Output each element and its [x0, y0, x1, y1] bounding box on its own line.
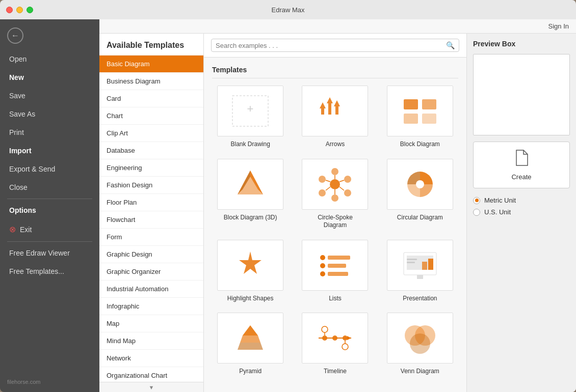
sidebar-item-new[interactable]: New: [0, 68, 99, 87]
metric-unit-option[interactable]: Metric Unit: [473, 197, 570, 204]
template-card-blank-drawing[interactable]: + Blank Drawing: [212, 86, 289, 149]
templates-panel: 🔍 Templates +: [204, 34, 466, 392]
template-card-block-diagram-3d[interactable]: Block Diagram (3D): [212, 159, 289, 230]
svg-marker-45: [347, 336, 351, 340]
traffic-lights: [6, 7, 33, 13]
svg-rect-38: [407, 262, 415, 263]
sidebar-item-save[interactable]: Save: [0, 87, 99, 105]
category-item-infographic[interactable]: Infographic: [99, 298, 203, 315]
template-card-circular-diagram[interactable]: Circular Diagram: [382, 159, 458, 230]
category-item-industrial-automation[interactable]: Industrial Automation: [99, 281, 203, 298]
maximize-window-button[interactable]: [27, 7, 33, 13]
svg-point-48: [343, 335, 348, 341]
sidebar-item-exit[interactable]: ⊗ Exit: [0, 219, 99, 239]
create-doc-icon: [514, 149, 529, 170]
template-name-venn: Venn Diagram: [401, 368, 439, 376]
svg-text:+: +: [247, 102, 254, 115]
sidebar-item-close[interactable]: Close: [0, 178, 99, 197]
template-name-pyramid: Pyramid: [239, 368, 261, 376]
category-item-database[interactable]: Database: [99, 142, 203, 159]
svg-rect-36: [428, 259, 433, 270]
template-card-lists[interactable]: Lists: [297, 240, 373, 303]
svg-point-55: [410, 333, 430, 354]
svg-line-23: [326, 187, 330, 190]
template-card-timeline[interactable]: Timeline: [297, 313, 373, 376]
close-window-button[interactable]: [6, 7, 13, 13]
sidebar-item-print[interactable]: Print: [0, 123, 99, 142]
exit-icon: ⊗: [9, 225, 16, 234]
svg-rect-30: [328, 264, 346, 268]
category-scroll-down[interactable]: ▼: [99, 382, 203, 392]
svg-rect-7: [404, 114, 418, 124]
category-item-floor-plan[interactable]: Floor Plan: [99, 194, 203, 211]
back-button[interactable]: ←: [0, 23, 99, 48]
templates-main: Available Templates Basic Diagram Busine…: [99, 34, 576, 392]
category-item-mind-map[interactable]: Mind Map: [99, 332, 203, 350]
template-card-arrows[interactable]: Arrows: [297, 86, 373, 149]
category-item-fashion-design[interactable]: Fashion Design: [99, 177, 203, 194]
sidebar-item-save-as[interactable]: Save As: [0, 105, 99, 123]
svg-point-14: [344, 176, 351, 183]
template-card-pyramid[interactable]: Pyramid: [212, 313, 289, 376]
template-name-presentation: Presentation: [403, 295, 437, 303]
category-item-form[interactable]: Form: [99, 229, 203, 246]
create-button[interactable]: Create: [473, 142, 570, 188]
search-bar: 🔍: [204, 34, 466, 58]
template-card-presentation[interactable]: Presentation: [382, 240, 458, 303]
sidebar-label-options: Options: [9, 206, 36, 214]
category-item-engineering[interactable]: Engineering: [99, 159, 203, 177]
svg-line-20: [339, 180, 344, 182]
preview-panel: Preview Box Create Metric Unit: [466, 34, 576, 392]
category-list[interactable]: Basic Diagram Business Diagram Card Char…: [99, 55, 203, 382]
category-item-card[interactable]: Card: [99, 90, 203, 107]
minimize-window-button[interactable]: [16, 7, 23, 13]
template-thumb-block-diagram-3d: [217, 159, 283, 210]
template-thumb-highlight-shapes: [217, 240, 283, 291]
category-item-graphic-design[interactable]: Graphic Design: [99, 246, 203, 263]
svg-line-24: [326, 180, 330, 182]
metric-unit-radio[interactable]: [473, 197, 480, 204]
search-input-wrapper: 🔍: [211, 39, 459, 52]
svg-rect-6: [422, 99, 436, 109]
us-unit-label: U.S. Unit: [484, 208, 511, 216]
category-item-map[interactable]: Map: [99, 315, 203, 332]
template-card-highlight-shapes[interactable]: Highlight Shapes: [212, 240, 289, 303]
create-label: Create: [511, 173, 531, 181]
template-card-block-diagram[interactable]: Block Diagram: [382, 86, 458, 149]
back-circle-icon[interactable]: ←: [7, 27, 23, 44]
search-icon[interactable]: 🔍: [446, 41, 455, 49]
category-item-organizational-chart[interactable]: Organizational Chart: [99, 367, 203, 382]
category-item-business-diagram[interactable]: Business Diagram: [99, 73, 203, 90]
svg-rect-28: [328, 256, 350, 260]
sidebar-label-open: Open: [9, 55, 27, 63]
sidebar-item-open[interactable]: Open: [0, 50, 99, 68]
available-templates-header: Available Templates: [99, 34, 203, 55]
category-item-clip-art[interactable]: Clip Art: [99, 125, 203, 142]
sidebar-item-import[interactable]: Import: [0, 142, 99, 160]
sign-in-bar: Sign In: [99, 19, 576, 34]
template-name-arrows: Arrows: [326, 141, 345, 149]
template-thumb-circle-spoke: [302, 159, 368, 210]
sidebar-item-options[interactable]: Options: [0, 201, 99, 219]
sign-in-link[interactable]: Sign In: [548, 22, 569, 30]
category-item-chart[interactable]: Chart: [99, 107, 203, 125]
category-item-basic-diagram[interactable]: Basic Diagram: [99, 55, 203, 73]
sidebar: ← Open New Save Save As Print Import Exp…: [0, 19, 99, 392]
sidebar-label-close: Close: [9, 183, 28, 191]
category-item-graphic-organizer[interactable]: Graphic Organizer: [99, 263, 203, 281]
category-item-flowchart[interactable]: Flowchart: [99, 211, 203, 229]
sidebar-divider-2: [7, 241, 92, 242]
us-unit-option[interactable]: U.S. Unit: [473, 208, 570, 216]
us-unit-radio[interactable]: [473, 209, 480, 216]
sidebar-divider: [7, 199, 92, 199]
template-card-circle-spoke[interactable]: Circle-SpokeDiagram: [297, 159, 373, 230]
svg-point-13: [331, 168, 338, 175]
sidebar-item-free-edraw[interactable]: Free Edraw Viewer: [0, 244, 99, 262]
svg-rect-8: [422, 114, 436, 124]
sidebar-item-free-templates[interactable]: Free Templates...: [0, 262, 99, 281]
template-thumb-blank-drawing: +: [217, 86, 283, 136]
category-item-network[interactable]: Network: [99, 350, 203, 367]
search-input[interactable]: [216, 42, 443, 49]
template-card-venn[interactable]: Venn Diagram: [382, 313, 458, 376]
sidebar-item-export-send[interactable]: Export & Send: [0, 160, 99, 178]
